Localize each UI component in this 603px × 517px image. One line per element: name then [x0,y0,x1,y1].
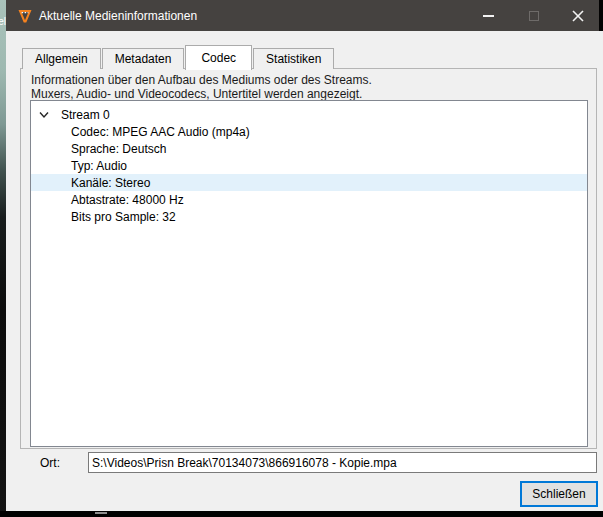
location-label: Ort: [40,456,60,470]
tab-bar: Allgemein Metadaten Codec Statistiken [22,44,335,69]
tab-statistiken[interactable]: Statistiken [253,48,334,69]
tree-item-label: Sprache: Deutsch [71,142,166,156]
tab-codec-label: Codec [201,51,236,65]
tree-item-kanaele[interactable]: Kanäle: Stereo [31,174,587,191]
description-line-1: Informationen über den Aufbau des Medium… [31,73,372,87]
tab-allgemein-label: Allgemein [35,52,88,66]
media-information-dialog: Aktuelle Medieninformationen Allgemein M… [6,0,603,511]
minimize-icon [483,15,494,17]
tree-item-label: Typ: Audio [71,159,127,173]
minimize-button[interactable] [466,0,511,31]
tree-item-label: Bits pro Sample: 32 [71,210,176,224]
dialog-titlebar[interactable]: Aktuelle Medieninformationen [6,0,599,31]
maximize-button [511,0,556,31]
window-controls [466,0,599,31]
codec-page-description: Informationen über den Aufbau des Medium… [31,73,372,101]
vlc-cone-icon [17,8,33,24]
tab-statistiken-label: Statistiken [266,52,321,66]
tree-item-sprache[interactable]: Sprache: Deutsch [31,140,587,157]
maximize-icon [529,11,539,21]
tab-codec[interactable]: Codec [185,45,252,70]
tab-metadaten-label: Metadaten [115,52,172,66]
close-button[interactable] [556,0,599,31]
description-line-2: Muxers, Audio- und Videocodecs, Untertit… [31,87,372,101]
tree-item-label: Abtastrate: 48000 Hz [71,193,184,207]
chevron-down-icon[interactable] [39,111,49,119]
close-icon [572,10,584,22]
location-input[interactable] [88,452,597,473]
dialog-title: Aktuelle Medieninformationen [39,9,197,23]
tree-item-stream0[interactable]: Stream 0 [31,106,587,123]
tree-item-typ[interactable]: Typ: Audio [31,157,587,174]
background-window-sliver [599,0,603,31]
tab-metadaten[interactable]: Metadaten [102,48,185,69]
taskbar-dash [95,512,107,514]
tree-item-codec[interactable]: Codec: MPEG AAC Audio (mp4a) [31,123,587,140]
tree-item-abtastrate[interactable]: Abtastrate: 48000 Hz [31,191,587,208]
stream-info-tree[interactable]: Stream 0 Codec: MPEG AAC Audio (mp4a) Sp… [30,100,588,447]
tree-item-label: Codec: MPEG AAC Audio (mp4a) [71,125,250,139]
tab-allgemein[interactable]: Allgemein [22,48,101,69]
tree-item-bits-pro-sample[interactable]: Bits pro Sample: 32 [31,208,587,225]
schliessen-button[interactable]: Schließen [520,481,598,507]
tree-item-label: Stream 0 [61,108,110,122]
background-window-bottom-edge [0,511,603,517]
tree-item-label: Kanäle: Stereo [71,176,150,190]
